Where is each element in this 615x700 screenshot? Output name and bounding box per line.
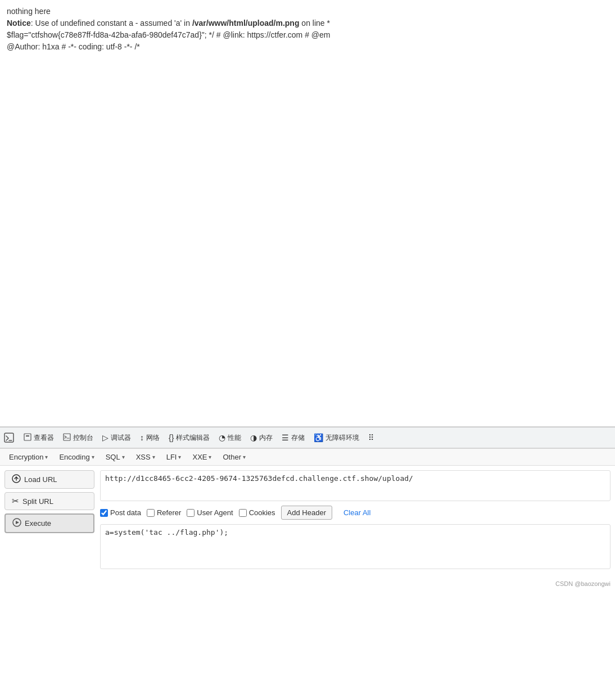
- sidebar-buttons: Load URL ✂ Split URL Execute: [4, 470, 94, 574]
- url-value: http://d1cc8465-6cc2-4205-9674-1325763de…: [105, 474, 413, 483]
- execute-icon: [12, 518, 21, 529]
- sql-arrow-icon: ▾: [122, 454, 125, 460]
- encoding-label: Encoding: [59, 453, 89, 461]
- execute-label: Execute: [25, 519, 51, 528]
- user-agent-option[interactable]: User Agent: [187, 508, 233, 517]
- hackbar-right: http://d1cc8465-6cc2-4205-9674-1325763de…: [100, 470, 611, 574]
- watermark: CSDN @baozongwi: [0, 578, 615, 589]
- performance-icon: ◔: [219, 433, 225, 442]
- devtools-console[interactable]: 控制台: [58, 431, 98, 445]
- execute-button[interactable]: Execute: [4, 513, 94, 533]
- devtools-accessibility[interactable]: ♿ 无障碍环境: [309, 431, 364, 445]
- inspector-label: 查看器: [34, 433, 54, 443]
- sql-label: SQL: [106, 453, 120, 461]
- menu-xss[interactable]: XSS ▾: [132, 451, 160, 463]
- devtools-inspector[interactable]: 查看器: [19, 431, 58, 445]
- lfi-label: LFI: [166, 453, 177, 461]
- user-agent-label: User Agent: [197, 508, 233, 517]
- style-editor-label: 样式编辑器: [176, 433, 210, 443]
- accessibility-icon: ♿: [314, 433, 323, 442]
- post-data-value: a=system('tac ../flag.php');: [105, 528, 228, 537]
- devtools-debugger[interactable]: ▷ 调试器: [98, 431, 135, 445]
- hackbar-container: Encryption ▾ Encoding ▾ SQL ▾ XSS ▾ LFI …: [0, 448, 615, 589]
- cookies-label: Cookies: [249, 508, 275, 517]
- menu-encoding[interactable]: Encoding ▾: [55, 451, 98, 463]
- memory-label: 内存: [259, 433, 273, 443]
- post-data-option[interactable]: Post data: [100, 508, 141, 517]
- other-arrow-icon: ▾: [243, 454, 246, 460]
- network-icon: ↕: [140, 433, 144, 442]
- more-icon: ⠿: [368, 433, 374, 442]
- load-url-label: Load URL: [24, 475, 57, 484]
- storage-label: 存储: [291, 433, 305, 443]
- network-label: 网络: [146, 433, 160, 443]
- referer-checkbox[interactable]: [147, 509, 155, 517]
- content-text: nothing here Notice: Use of undefined co…: [7, 6, 608, 53]
- load-url-icon: [12, 474, 21, 485]
- devtools-storage[interactable]: ☰ 存储: [277, 431, 309, 445]
- xss-label: XSS: [136, 453, 151, 461]
- menu-xxe[interactable]: XXE ▾: [188, 451, 216, 463]
- user-agent-checkbox[interactable]: [187, 509, 195, 517]
- flag-line: $flag="ctfshow{c78e87ff-fd8a-42ba-afa6-9…: [7, 29, 608, 41]
- console-icon: [63, 433, 71, 443]
- add-header-label: Add Header: [287, 508, 326, 517]
- notice-line-suffix: on line *: [299, 19, 329, 28]
- devtools-network[interactable]: ↕ 网络: [135, 431, 164, 445]
- debugger-icon: ▷: [102, 433, 108, 442]
- devtools-toolbar: 查看器 控制台 ▷ 调试器 ↕ 网络 {} 样式编辑器 ◔ 性能 ◑ 内存 ☰ …: [0, 427, 615, 448]
- devtools-style-editor[interactable]: {} 样式编辑器: [164, 431, 214, 445]
- accessibility-label: 无障碍环境: [325, 433, 359, 443]
- menu-bar: Encryption ▾ Encoding ▾ SQL ▾ XSS ▾ LFI …: [0, 449, 615, 466]
- cookies-checkbox[interactable]: [239, 509, 247, 517]
- clear-all-label: Clear All: [343, 508, 370, 517]
- notice-text: : Use of undefined constant a - assumed …: [31, 19, 192, 28]
- content-area: nothing here Notice: Use of undefined co…: [0, 0, 615, 427]
- add-header-button[interactable]: Add Header: [281, 506, 332, 520]
- split-url-button[interactable]: ✂ Split URL: [4, 492, 94, 510]
- performance-label: 性能: [228, 433, 241, 443]
- svg-rect-2: [24, 434, 31, 440]
- options-row: Post data Referer User Agent Cookies Add…: [100, 506, 611, 520]
- post-data-checkbox[interactable]: [100, 509, 108, 517]
- devtools-memory[interactable]: ◑ 内存: [246, 431, 277, 445]
- cookies-option[interactable]: Cookies: [239, 508, 275, 517]
- debugger-label: 调试器: [111, 433, 131, 443]
- devtools-performance[interactable]: ◔ 性能: [214, 431, 246, 445]
- console-label: 控制台: [73, 433, 93, 443]
- load-url-button[interactable]: Load URL: [4, 470, 94, 489]
- encryption-arrow-icon: ▾: [45, 454, 48, 460]
- xxe-arrow-icon: ▾: [209, 454, 211, 460]
- lfi-arrow-icon: ▾: [178, 454, 181, 460]
- menu-lfi[interactable]: LFI ▾: [162, 451, 186, 463]
- menu-other[interactable]: Other ▾: [218, 451, 250, 463]
- storage-icon: ☰: [282, 433, 289, 442]
- split-url-label: Split URL: [22, 497, 53, 506]
- referer-label: Referer: [157, 508, 181, 517]
- notice-path: /var/www/html/upload/m.png: [192, 19, 300, 28]
- split-url-icon: ✂: [12, 496, 19, 506]
- author-line: @Author: h1xa # -*- coding: utf-8 -*- /*: [7, 41, 608, 53]
- svg-marker-9: [16, 521, 19, 524]
- inspector-icon: [24, 433, 31, 443]
- post-data-label: Post data: [110, 508, 141, 517]
- line1: nothing here: [7, 6, 608, 17]
- watermark-text: CSDN @baozongwi: [555, 580, 611, 587]
- xxe-label: XXE: [192, 453, 207, 461]
- notice-label: Notice: [7, 19, 31, 28]
- hackbar-body: Load URL ✂ Split URL Execute http://d1cc…: [0, 466, 615, 578]
- encryption-label: Encryption: [9, 453, 43, 461]
- referer-option[interactable]: Referer: [147, 508, 181, 517]
- devtools-more[interactable]: ⠿: [364, 431, 378, 444]
- post-data-area[interactable]: a=system('tac ../flag.php');: [100, 524, 611, 569]
- notice-line: Notice: Use of undefined constant a - as…: [7, 17, 608, 29]
- style-editor-icon: {}: [169, 433, 174, 442]
- menu-sql[interactable]: SQL ▾: [101, 451, 129, 463]
- other-label: Other: [223, 453, 241, 461]
- menu-encryption[interactable]: Encryption ▾: [4, 451, 52, 463]
- svg-rect-3: [26, 435, 29, 437]
- clear-all-button[interactable]: Clear All: [338, 506, 376, 519]
- devtools-logo-icon: [3, 432, 15, 443]
- url-input[interactable]: http://d1cc8465-6cc2-4205-9674-1325763de…: [100, 470, 611, 501]
- memory-icon: ◑: [250, 433, 257, 442]
